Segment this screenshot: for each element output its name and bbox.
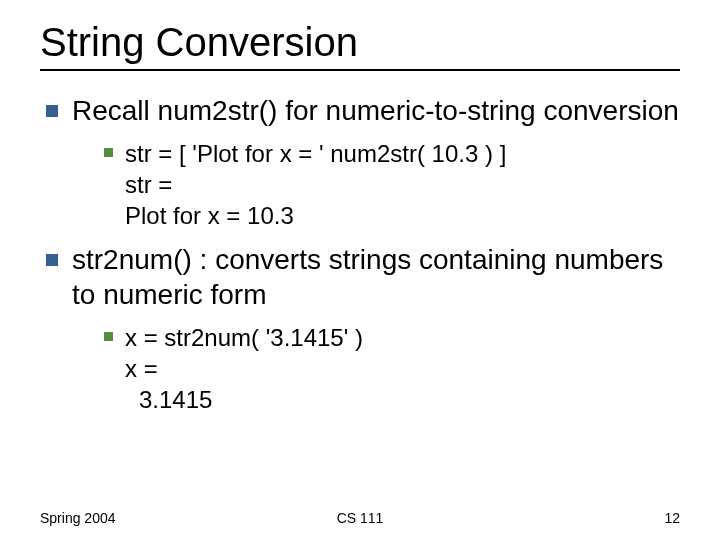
code-line: x =	[125, 353, 363, 384]
footer-center: CS 111	[337, 510, 384, 526]
bullet-text: Recall num2str() for numeric-to-string c…	[72, 93, 679, 128]
slide: String Conversion Recall num2str() for n…	[0, 0, 720, 540]
footer-left: Spring 2004	[40, 510, 116, 526]
title-underline	[40, 69, 680, 71]
code-line: str = [ 'Plot for x = ' num2str( 10.3 ) …	[125, 138, 506, 169]
code-block: x = str2num( '3.1415' ) x = 3.1415	[125, 322, 363, 416]
bullet-level1: str2num() : converts strings containing …	[40, 242, 680, 312]
bullet-level1: Recall num2str() for numeric-to-string c…	[40, 93, 680, 128]
slide-title: String Conversion	[40, 20, 680, 65]
code-line: x = str2num( '3.1415' )	[125, 322, 363, 353]
square-bullet-icon	[46, 254, 58, 266]
footer-right-pagenum: 12	[664, 510, 680, 526]
code-line: 3.1415	[139, 384, 363, 415]
square-bullet-icon	[104, 332, 113, 341]
bullet-level2: str = [ 'Plot for x = ' num2str( 10.3 ) …	[104, 138, 680, 232]
code-line: str =	[125, 169, 506, 200]
bullet-text: str2num() : converts strings containing …	[72, 242, 680, 312]
code-block: str = [ 'Plot for x = ' num2str( 10.3 ) …	[125, 138, 506, 232]
code-line: Plot for x = 10.3	[125, 200, 506, 231]
square-bullet-icon	[104, 148, 113, 157]
square-bullet-icon	[46, 105, 58, 117]
bullet-level2: x = str2num( '3.1415' ) x = 3.1415	[104, 322, 680, 416]
slide-footer: Spring 2004 CS 111 12	[0, 510, 720, 526]
